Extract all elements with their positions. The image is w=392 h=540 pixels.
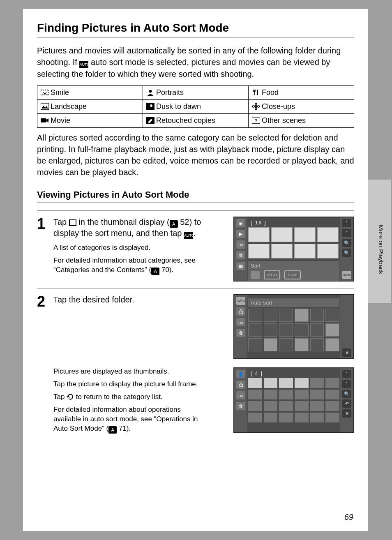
other-icon: ? [252, 117, 260, 124]
category-grid [248, 309, 339, 351]
thumbnail[interactable] [264, 378, 278, 388]
thumbnail[interactable] [295, 378, 309, 388]
svg-text:?: ? [255, 118, 258, 123]
category-other: ?Other scenes [249, 114, 354, 128]
category-smile: Smile [37, 86, 143, 100]
cat-movie[interactable] [248, 338, 262, 351]
step2-sub2: Tap the picture to display the picture f… [53, 380, 207, 389]
home-icon[interactable]: HOME [342, 271, 351, 279]
trash-icon[interactable]: 🗑 [236, 402, 245, 410]
thumbnail-menu-icon [69, 219, 76, 226]
thumbnail[interactable] [271, 244, 293, 258]
zoom-icon[interactable]: 🔍 [342, 390, 351, 398]
thumbnail[interactable] [294, 244, 316, 258]
camera-icon[interactable]: ◉ [236, 219, 245, 227]
thumbnail-grid [248, 378, 339, 422]
print-icon[interactable]: 凸 [236, 307, 245, 316]
down-arrow-icon[interactable]: ˅ [342, 229, 351, 237]
hd-icon[interactable]: HD [236, 318, 245, 326]
cat-retouch[interactable] [279, 338, 293, 351]
cat-portraits[interactable] [279, 309, 293, 322]
autosort-title: Auto sort [248, 298, 339, 307]
cat-dusk[interactable] [279, 323, 293, 337]
cell-text: Retouched copies [156, 116, 215, 125]
left-icon-rail: AUTO 凸 HD 🗑 [234, 295, 247, 358]
thumbnail[interactable] [271, 227, 293, 242]
close-icon[interactable]: ✕ [342, 409, 351, 418]
section-heading: Viewing Pictures in Auto Sort Mode [37, 189, 354, 203]
page-ref: 52 [180, 217, 189, 226]
hd-icon[interactable]: HD [236, 391, 245, 399]
zoom-in-icon[interactable]: 🔍 [342, 239, 351, 247]
camera-screen-thumbs: 👤 凸 HD 🗑 ˄ ˅ 🔍 ↶ ✕ [ 4 ] [233, 367, 354, 433]
right-icon-rail: ✕ [340, 295, 353, 358]
retouch-icon [146, 117, 154, 124]
print-icon[interactable]: 凸 [236, 381, 245, 389]
thumbnail[interactable] [294, 227, 316, 242]
image-counter: [ 4 ] [251, 371, 339, 376]
svg-point-7 [255, 103, 257, 106]
cat-other[interactable] [310, 338, 324, 351]
return-icon [67, 393, 74, 400]
intro-paragraph: Pictures and movies will automatically b… [37, 45, 354, 80]
left-icon-rail: 👤 凸 HD 🗑 [234, 368, 247, 432]
back-icon[interactable]: ↶ [342, 399, 351, 408]
cell-text: Other scenes [262, 116, 306, 125]
page-ref-icon: A [170, 220, 178, 228]
thumbnail[interactable] [317, 244, 339, 258]
svg-point-9 [252, 106, 255, 107]
auto-sort-icon: AUTO [184, 232, 193, 239]
category-portraits: Portraits [143, 86, 249, 100]
cell-text: Food [262, 88, 279, 97]
step2-sub1: Pictures are displayed as thumbnails. [53, 367, 207, 376]
favorites-icon[interactable] [251, 271, 260, 279]
cell-text: Portraits [156, 88, 184, 97]
sort-label: Sort [251, 263, 261, 269]
auto-icon[interactable]: AUTO [236, 297, 245, 305]
cat-smile[interactable] [248, 309, 262, 322]
svg-point-8 [255, 107, 257, 110]
thumbnail[interactable] [317, 227, 339, 242]
category-landscape: Landscape [37, 100, 143, 114]
up-arrow-icon[interactable]: ˄ [342, 219, 351, 227]
thumbnail[interactable] [248, 378, 262, 388]
cat-closeup[interactable] [310, 323, 324, 337]
thumbnail[interactable] [248, 244, 270, 258]
date-pill[interactable]: DATE [284, 270, 301, 279]
category-retouched: Retouched copies [143, 114, 249, 128]
playback-icon[interactable]: ▶ [236, 230, 245, 238]
section-side-label: More on Playback [378, 225, 385, 274]
svg-rect-3 [41, 103, 49, 110]
dusk-icon [146, 103, 154, 110]
trash-icon[interactable]: 🗑 [236, 251, 245, 259]
page-ref: 70 [161, 266, 169, 274]
smile-icon [41, 89, 49, 96]
cell-text: Dusk to dawn [156, 102, 201, 111]
thumbnail[interactable] [248, 227, 270, 242]
hd-icon[interactable]: HD [236, 240, 245, 249]
zoom-out-icon[interactable]: 🔍 [342, 249, 351, 257]
person-icon[interactable]: 👤 [236, 370, 245, 378]
up-arrow-icon[interactable]: ˄ [342, 370, 351, 378]
image-counter: [ 16 ] [251, 220, 339, 226]
landscape-icon [41, 103, 49, 110]
cat-food[interactable] [310, 309, 324, 322]
cutlery-icon [252, 89, 260, 96]
categories-table: Smile Portraits Food Landscape Dusk to d… [37, 85, 354, 128]
person-icon [146, 89, 154, 96]
category-movie: Movie [37, 114, 143, 128]
category-dusk: Dusk to dawn [143, 100, 249, 114]
grid-icon[interactable]: ▦ [236, 262, 245, 270]
trash-icon[interactable]: 🗑 [236, 329, 245, 337]
cell-text: Smile [51, 88, 69, 97]
auto-sort-icon: AUTO [79, 61, 88, 68]
left-icon-rail: ◉ ▶ HD 🗑 ▦ [234, 217, 247, 281]
cat-landscape[interactable] [248, 323, 262, 337]
thumbnail[interactable] [279, 378, 293, 388]
svg-rect-2 [257, 90, 258, 95]
down-arrow-icon[interactable]: ˅ [342, 380, 351, 388]
svg-rect-11 [41, 118, 46, 122]
cell-text: Close-ups [262, 102, 295, 111]
close-icon[interactable]: ✕ [342, 348, 351, 357]
auto-pill[interactable]: AUTO [264, 270, 280, 279]
